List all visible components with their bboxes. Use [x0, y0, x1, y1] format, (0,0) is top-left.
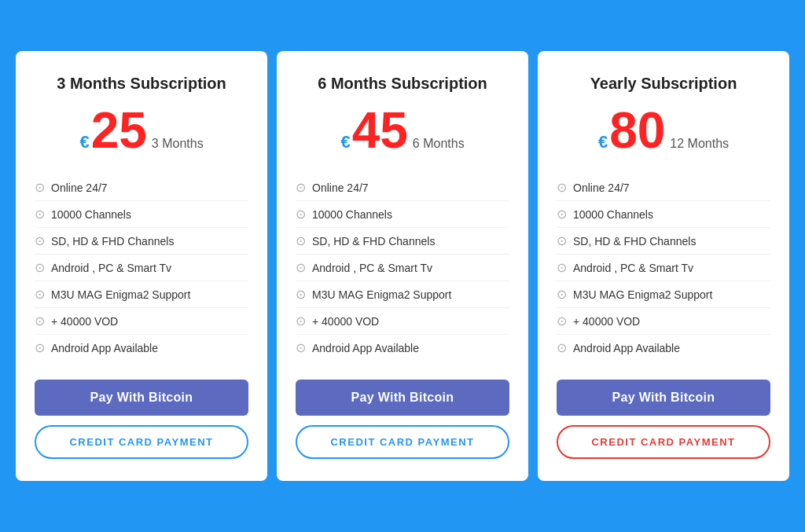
- pay-bitcoin-button[interactable]: Pay With Bitcoin: [35, 380, 248, 416]
- feature-text: Online 24/7: [312, 182, 369, 194]
- feature-text: M3U MAG Enigma2 Support: [312, 288, 451, 301]
- check-icon: ⊙: [35, 207, 45, 222]
- feature-text: SD, HD & FHD Channels: [51, 235, 174, 248]
- price-period: 12 Months: [670, 137, 729, 151]
- feature-item: ⊙ M3U MAG Enigma2 Support: [35, 281, 248, 308]
- feature-text: 10000 Channels: [573, 208, 653, 221]
- feature-item: ⊙ Online 24/7: [557, 174, 770, 201]
- check-icon: ⊙: [296, 260, 306, 275]
- price-amount: 80: [609, 105, 665, 156]
- feature-item: ⊙ Android , PC & Smart Tv: [296, 255, 509, 281]
- feature-text: M3U MAG Enigma2 Support: [573, 288, 712, 301]
- feature-item: ⊙ Android App Available: [296, 335, 509, 361]
- check-icon: ⊙: [557, 314, 567, 328]
- check-icon: ⊙: [296, 340, 306, 355]
- check-icon: ⊙: [557, 180, 567, 195]
- price-row: € 80 12 Months: [598, 105, 729, 156]
- feature-text: Online 24/7: [573, 182, 630, 194]
- feature-item: ⊙ 10000 Channels: [296, 201, 509, 228]
- feature-item: ⊙ Android App Available: [35, 335, 248, 361]
- feature-text: + 40000 VOD: [573, 315, 640, 328]
- feature-item: ⊙ M3U MAG Enigma2 Support: [557, 281, 770, 308]
- price-currency: €: [340, 132, 350, 152]
- features-list: ⊙ Online 24/7 ⊙ 10000 Channels ⊙ SD, HD …: [35, 174, 248, 361]
- card-title: 6 Months Subscription: [318, 75, 487, 93]
- price-amount: 45: [352, 105, 408, 156]
- feature-text: M3U MAG Enigma2 Support: [51, 288, 190, 301]
- check-icon: ⊙: [296, 180, 306, 195]
- feature-item: ⊙ Android , PC & Smart Tv: [35, 255, 248, 281]
- feature-item: ⊙ Online 24/7: [35, 174, 248, 201]
- feature-text: Android , PC & Smart Tv: [312, 262, 432, 274]
- check-icon: ⊙: [35, 180, 45, 195]
- feature-item: ⊙ + 40000 VOD: [296, 308, 509, 335]
- price-period: 6 Months: [413, 137, 465, 151]
- pay-credit-button[interactable]: CREDIT CARD PAYMENT: [35, 425, 248, 459]
- check-icon: ⊙: [557, 207, 567, 222]
- card-title: Yearly Subscription: [590, 75, 737, 93]
- pricing-card-3: Yearly Subscription € 80 12 Months ⊙ Onl…: [538, 51, 789, 481]
- check-icon: ⊙: [35, 314, 45, 328]
- pay-bitcoin-button[interactable]: Pay With Bitcoin: [557, 380, 770, 416]
- price-currency: €: [598, 132, 608, 152]
- feature-text: Android App Available: [573, 342, 680, 354]
- feature-text: SD, HD & FHD Channels: [312, 235, 435, 248]
- feature-item: ⊙ 10000 Channels: [557, 201, 770, 228]
- price-amount: 25: [91, 105, 147, 156]
- check-icon: ⊙: [557, 340, 567, 355]
- features-list: ⊙ Online 24/7 ⊙ 10000 Channels ⊙ SD, HD …: [296, 174, 509, 361]
- pricing-card-2: 6 Months Subscription € 45 6 Months ⊙ On…: [277, 51, 528, 481]
- feature-item: ⊙ SD, HD & FHD Channels: [557, 228, 770, 255]
- feature-text: + 40000 VOD: [51, 315, 118, 328]
- feature-text: + 40000 VOD: [312, 315, 379, 328]
- feature-item: ⊙ Online 24/7: [296, 174, 509, 201]
- features-list: ⊙ Online 24/7 ⊙ 10000 Channels ⊙ SD, HD …: [557, 174, 770, 361]
- feature-text: Android App Available: [51, 342, 158, 354]
- price-row: € 25 3 Months: [79, 105, 203, 156]
- price-row: € 45 6 Months: [340, 105, 464, 156]
- check-icon: ⊙: [35, 287, 45, 302]
- feature-item: ⊙ M3U MAG Enigma2 Support: [296, 281, 509, 308]
- pay-credit-button[interactable]: CREDIT CARD PAYMENT: [557, 425, 770, 459]
- check-icon: ⊙: [296, 314, 306, 328]
- card-title: 3 Months Subscription: [57, 75, 226, 93]
- check-icon: ⊙: [557, 260, 567, 275]
- feature-item: ⊙ Android App Available: [557, 335, 770, 361]
- feature-item: ⊙ Android , PC & Smart Tv: [557, 255, 770, 281]
- check-icon: ⊙: [35, 260, 45, 275]
- pricing-cards-container: 3 Months Subscription € 25 3 Months ⊙ On…: [16, 51, 789, 481]
- check-icon: ⊙: [296, 287, 306, 302]
- price-currency: €: [79, 132, 89, 152]
- pricing-card-1: 3 Months Subscription € 25 3 Months ⊙ On…: [16, 51, 267, 481]
- check-icon: ⊙: [35, 340, 45, 355]
- feature-text: Android , PC & Smart Tv: [573, 262, 693, 274]
- price-period: 3 Months: [152, 137, 204, 151]
- feature-item: ⊙ SD, HD & FHD Channels: [296, 228, 509, 255]
- feature-item: ⊙ 10000 Channels: [35, 201, 248, 228]
- check-icon: ⊙: [296, 207, 306, 222]
- check-icon: ⊙: [557, 233, 567, 248]
- feature-text: Android , PC & Smart Tv: [51, 262, 171, 274]
- check-icon: ⊙: [296, 233, 306, 248]
- feature-text: SD, HD & FHD Channels: [573, 235, 696, 248]
- pay-bitcoin-button[interactable]: Pay With Bitcoin: [296, 380, 509, 416]
- feature-text: Online 24/7: [51, 182, 108, 194]
- feature-item: ⊙ SD, HD & FHD Channels: [35, 228, 248, 255]
- check-icon: ⊙: [35, 233, 45, 248]
- feature-item: ⊙ + 40000 VOD: [35, 308, 248, 335]
- pay-credit-button[interactable]: CREDIT CARD PAYMENT: [296, 425, 509, 459]
- feature-item: ⊙ + 40000 VOD: [557, 308, 770, 335]
- feature-text: 10000 Channels: [51, 208, 131, 221]
- feature-text: 10000 Channels: [312, 208, 392, 221]
- feature-text: Android App Available: [312, 342, 419, 354]
- check-icon: ⊙: [557, 287, 567, 302]
